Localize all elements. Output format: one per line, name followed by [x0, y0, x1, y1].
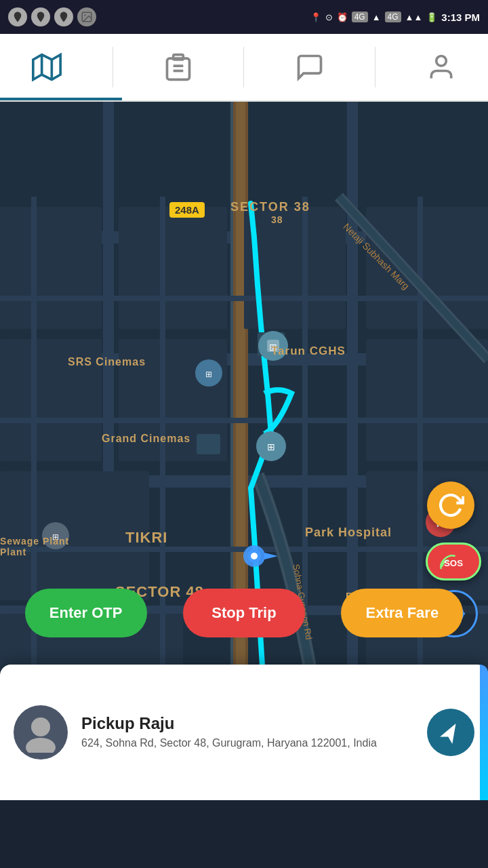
svg-marker-2: [33, 55, 60, 80]
network-4g-2: 4G: [385, 12, 401, 22]
tab-profile[interactable]: [413, 45, 470, 89]
refresh-icon: [437, 492, 464, 519]
svg-point-1: [84, 14, 85, 16]
tab-map[interactable]: [18, 45, 75, 89]
svg-rect-44: [197, 434, 220, 454]
status-time: 3:13 PM: [441, 12, 480, 23]
avatar-icon: [20, 712, 61, 753]
svg-rect-21: [0, 207, 102, 329]
status-icons-left: [8, 7, 96, 26]
svg-point-49: [251, 553, 258, 559]
svg-point-70: [26, 738, 56, 753]
app-icon-2: [31, 7, 50, 26]
bottom-card: Pickup Raju 624, Sohna Rd, Sector 48, Gu…: [0, 665, 488, 800]
status-bar: 📍 ⊙ ⏰ 4G ▲ 4G ▲▲ 🔋 3:13 PM: [0, 0, 488, 34]
top-nav: [0, 34, 488, 102]
tab-clipboard[interactable]: [150, 45, 207, 89]
nav-divider-2: [243, 47, 244, 87]
signal-bars-icon: ▲▲: [405, 12, 423, 22]
tikri-label: TIKRI: [125, 529, 167, 547]
battery-icon: 🔋: [426, 12, 437, 22]
svg-rect-6: [167, 58, 190, 79]
park-hospital-label: Park Hospital: [305, 526, 392, 540]
svg-point-9: [436, 56, 446, 66]
navigation-arrow-button[interactable]: [427, 709, 474, 756]
network-4g-1: 4G: [352, 12, 368, 22]
map-icon: [32, 52, 62, 82]
sector38-label: SECTOR 38 38: [230, 200, 310, 225]
svg-point-69: [31, 717, 50, 736]
gallery-icon: [77, 7, 96, 26]
status-icons-right: 📍 ⊙ ⏰ 4G ▲ 4G ▲▲ 🔋 3:13 PM: [310, 12, 480, 23]
app-icon-1: [8, 7, 27, 26]
enter-otp-button[interactable]: Enter OTP: [25, 589, 147, 637]
signal-icon: ▲: [372, 12, 381, 22]
pickup-address: 624, Sohna Rd, Sector 48, Gurugram, Hary…: [81, 736, 427, 751]
navigation-arrow-icon: [439, 720, 463, 745]
card-info: Pickup Raju 624, Sohna Rd, Sector 48, Gu…: [81, 714, 427, 751]
action-buttons: Enter OTP Stop Trip Extra Fare: [0, 589, 488, 637]
chat-icon: [295, 52, 325, 82]
tab-chat[interactable]: [281, 45, 338, 89]
extra-fare-button[interactable]: Extra Fare: [341, 589, 463, 637]
svg-text:⊞: ⊞: [205, 370, 212, 379]
sewage-plant-label: Sewage Plant Plant: [0, 536, 69, 557]
svg-rect-27: [366, 339, 488, 461]
sos-phone-icon: SOS: [436, 548, 470, 575]
map-area: H ⊞ ⊞ ⊞ ⊞ ▲ SECTOR 38 38 SRS Cinemas Tar…: [0, 102, 488, 800]
nav-divider-3: [375, 47, 375, 87]
refresh-button[interactable]: [427, 481, 474, 529]
card-side-line: [480, 665, 488, 800]
stop-trip-button[interactable]: Stop Trip: [183, 589, 305, 637]
srs-cinemas-label: SRS Cinemas: [68, 356, 146, 368]
profile-icon: [426, 52, 456, 82]
tarun-cghs-label: Tarun CGHS: [271, 344, 346, 358]
clipboard-icon: [163, 52, 193, 82]
location-icon: 📍: [310, 12, 321, 22]
svg-rect-22: [119, 207, 227, 329]
svg-text:SOS: SOS: [444, 558, 463, 568]
road-badge-248a: 248A: [169, 202, 205, 218]
grand-cinemas-label: Grand Cinemas: [102, 433, 190, 445]
avatar: [14, 705, 68, 760]
app-icon-3: [54, 7, 73, 26]
alarm-icon: ⏰: [337, 12, 348, 22]
nav-divider-1: [113, 47, 113, 87]
svg-text:⊞: ⊞: [267, 441, 275, 452]
pickup-name: Pickup Raju: [81, 714, 427, 733]
record-icon: ⊙: [325, 12, 333, 22]
sos-button[interactable]: SOS: [426, 542, 481, 580]
